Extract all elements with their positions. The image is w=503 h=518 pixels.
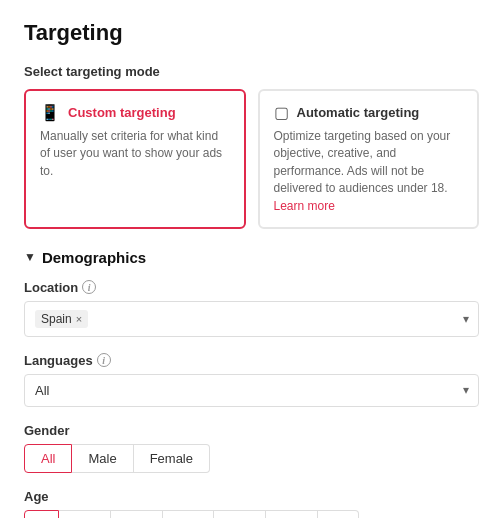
targeting-mode-label: Select targeting mode <box>24 64 479 79</box>
location-select-wrapper: Spain × ▾ <box>24 301 479 337</box>
languages-label: Languages i <box>24 353 479 368</box>
location-input[interactable]: Spain × <box>24 301 479 337</box>
age-field-group: Age All 13-17 18-24 25-34 35-44 45-54 55… <box>24 489 479 518</box>
demographics-chevron-icon: ▼ <box>24 250 36 264</box>
demographics-header[interactable]: ▼ Demographics <box>24 249 479 266</box>
age-1317-button[interactable]: 13-17 <box>59 510 111 518</box>
custom-targeting-icon: 📱 <box>40 103 60 122</box>
location-field-group: Location i Spain × ▾ <box>24 280 479 337</box>
location-tag-close[interactable]: × <box>76 313 82 325</box>
custom-targeting-desc: Manually set criteria for what kind of u… <box>40 128 230 180</box>
location-info-icon[interactable]: i <box>82 280 96 294</box>
languages-info-icon[interactable]: i <box>97 353 111 367</box>
gender-male-button[interactable]: Male <box>72 444 133 473</box>
page-title: Targeting <box>24 20 479 46</box>
custom-targeting-title: Custom targeting <box>68 105 176 120</box>
age-label: Age <box>24 489 479 504</box>
automatic-targeting-title: Automatic targeting <box>297 105 420 120</box>
gender-all-button[interactable]: All <box>24 444 72 473</box>
location-tag-value: Spain <box>41 312 72 326</box>
automatic-targeting-card[interactable]: ▢ Automatic targeting Optimize targeting… <box>258 89 480 229</box>
languages-select-wrapper[interactable]: All ▾ <box>24 374 479 407</box>
age-1824-button[interactable]: 18-24 <box>111 510 163 518</box>
languages-field-group: Languages i All ▾ <box>24 353 479 407</box>
age-all-button[interactable]: All <box>24 510 59 518</box>
languages-select[interactable]: All <box>24 374 479 407</box>
gender-toggle-buttons: All Male Female <box>24 444 479 473</box>
age-buttons: All 13-17 18-24 25-34 35-44 45-54 55+ <box>24 510 479 518</box>
demographics-section: ▼ Demographics Location i Spain × ▾ <box>24 249 479 518</box>
age-55plus-button[interactable]: 55+ <box>318 510 359 518</box>
custom-targeting-card[interactable]: 📱 Custom targeting Manually set criteria… <box>24 89 246 229</box>
automatic-targeting-desc: Optimize targeting based on your objecti… <box>274 128 464 215</box>
automatic-targeting-icon: ▢ <box>274 103 289 122</box>
age-2534-button[interactable]: 25-34 <box>163 510 215 518</box>
age-4554-button[interactable]: 45-54 <box>266 510 318 518</box>
targeting-cards: 📱 Custom targeting Manually set criteria… <box>24 89 479 229</box>
gender-field-group: Gender All Male Female <box>24 423 479 473</box>
age-3544-button[interactable]: 35-44 <box>214 510 266 518</box>
location-tag: Spain × <box>35 310 88 328</box>
gender-label: Gender <box>24 423 479 438</box>
location-label: Location i <box>24 280 479 295</box>
auto-learn-more-link[interactable]: Learn more <box>274 199 335 213</box>
demographics-title: Demographics <box>42 249 146 266</box>
gender-female-button[interactable]: Female <box>134 444 210 473</box>
